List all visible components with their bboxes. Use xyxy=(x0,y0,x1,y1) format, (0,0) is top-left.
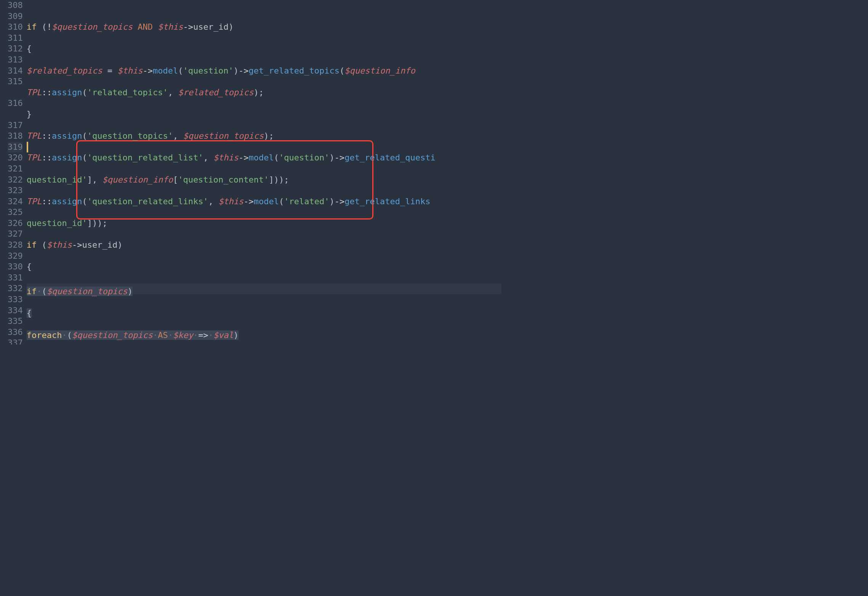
code-line[interactable]: TPL::assign('question_related_list', $th… xyxy=(27,152,501,163)
code-token: , xyxy=(208,197,219,206)
code-token: ( xyxy=(82,197,87,206)
code-editor: 3083093103113123133143153163173183193203… xyxy=(0,0,501,344)
code-token: $question_info xyxy=(102,175,173,184)
code-token: $related_topics xyxy=(27,66,102,75)
line-number: 316 xyxy=(8,98,23,109)
code-token: ) xyxy=(117,240,122,250)
code-token: -> xyxy=(335,153,345,162)
code-token: $question_topics xyxy=(72,330,153,340)
code-token: { xyxy=(27,308,32,318)
code-line[interactable]: TPL::assign('related_topics', $related_t… xyxy=(27,87,501,98)
code-token: ( xyxy=(82,88,87,97)
code-token: 'question_content' xyxy=(178,175,269,184)
line-number: 319 xyxy=(8,142,23,153)
code-token: ); xyxy=(264,131,274,141)
code-token: · xyxy=(168,330,173,340)
line-number: 333 xyxy=(8,294,23,305)
code-token: ])); xyxy=(269,175,289,184)
code-token: ) xyxy=(229,22,234,32)
code-token: ) xyxy=(234,66,239,75)
code-line[interactable]: TPL::assign('question_topics', $question… xyxy=(27,131,501,142)
code-token: ], xyxy=(87,175,102,184)
line-number xyxy=(8,87,23,98)
code-token: user_id xyxy=(82,240,117,250)
code-token: ( xyxy=(178,66,183,75)
code-token: get_related_links xyxy=(344,197,430,206)
code-line[interactable]: if·($question_topics) xyxy=(27,284,501,295)
code-token: { xyxy=(27,44,32,53)
code-line[interactable]: $related_topics = $this->model('question… xyxy=(27,66,501,77)
code-token: question_id' xyxy=(27,175,87,184)
code-line[interactable]: { xyxy=(27,43,501,54)
code-token: model xyxy=(254,197,279,206)
line-number: 334 xyxy=(8,305,23,316)
code-line[interactable]: question_id'], $question_info['question_… xyxy=(27,175,501,186)
code-token: , xyxy=(168,88,178,97)
code-content[interactable]: if (!$question_topics AND $this->user_id… xyxy=(27,0,501,344)
code-token: => xyxy=(198,330,208,340)
code-token: foreach xyxy=(27,330,62,340)
code-token: -> xyxy=(143,66,153,75)
line-number: 331 xyxy=(8,272,23,284)
code-token: $this xyxy=(47,240,72,250)
code-token: :: xyxy=(42,153,52,162)
code-token: assign xyxy=(52,131,82,141)
code-token: { xyxy=(27,262,32,271)
line-number: 321 xyxy=(8,163,23,175)
code-line[interactable]: TPL::assign('question_related_links', $t… xyxy=(27,196,501,207)
code-token: model xyxy=(153,66,178,75)
code-token: ( xyxy=(340,66,344,75)
code-token: :: xyxy=(42,197,52,206)
code-line[interactable]: { xyxy=(27,305,501,316)
code-token: 'related_topics' xyxy=(87,88,168,97)
code-line[interactable]: { xyxy=(27,261,501,272)
code-token: $this xyxy=(213,153,239,162)
code-token: ( xyxy=(37,22,47,32)
code-token: 'question_related_links' xyxy=(87,197,208,206)
code-token: -> xyxy=(72,240,82,250)
line-number: 313 xyxy=(8,54,23,66)
code-token: · xyxy=(193,330,198,340)
code-token: 'related' xyxy=(284,197,329,206)
code-token: $related_topics xyxy=(178,88,254,97)
code-line[interactable]: } xyxy=(27,109,501,120)
cursor-line-marker xyxy=(27,142,28,153)
code-token: ) xyxy=(330,197,335,206)
code-token: $this xyxy=(158,22,183,32)
code-line[interactable]: if ($this->user_id) xyxy=(27,240,501,251)
code-token: · xyxy=(62,330,67,340)
line-number: 310 xyxy=(8,22,23,33)
code-token: $this xyxy=(218,197,243,206)
line-number: 320 xyxy=(8,152,23,163)
line-number: 314 xyxy=(8,66,23,77)
code-token: ( xyxy=(274,153,279,162)
line-number: 311 xyxy=(8,33,23,44)
code-token: -> xyxy=(239,66,249,75)
line-number: 315 xyxy=(8,76,23,87)
code-token: $val xyxy=(213,330,234,340)
code-token: :: xyxy=(42,88,52,97)
code-token: = xyxy=(102,66,117,75)
code-token: TPL xyxy=(27,197,42,206)
code-token: get_related_topics xyxy=(249,66,340,75)
code-line[interactable]: foreach·($question_topics·AS·$key·=>·$va… xyxy=(27,327,501,338)
code-line[interactable]: if (!$question_topics AND $this->user_id… xyxy=(27,22,501,33)
code-line[interactable]: question_id'])); xyxy=(27,218,501,229)
code-token: if xyxy=(27,287,37,296)
code-token: ) xyxy=(234,330,239,340)
line-number: 328 xyxy=(8,240,23,251)
code-token: $question_topics xyxy=(47,287,128,296)
code-token: -> xyxy=(239,153,249,162)
code-token: ( xyxy=(37,240,47,250)
code-line[interactable] xyxy=(27,0,501,11)
code-token: question_id' xyxy=(27,218,87,228)
code-token: ) xyxy=(330,153,335,162)
code-token: $key xyxy=(173,330,193,340)
code-token: if xyxy=(27,240,37,250)
code-token: , xyxy=(203,153,213,162)
line-number: 325 xyxy=(8,207,23,218)
line-number: 322 xyxy=(8,175,23,186)
line-number: 336 xyxy=(8,327,23,338)
code-token: ( xyxy=(67,330,72,340)
code-token: ( xyxy=(82,131,87,141)
